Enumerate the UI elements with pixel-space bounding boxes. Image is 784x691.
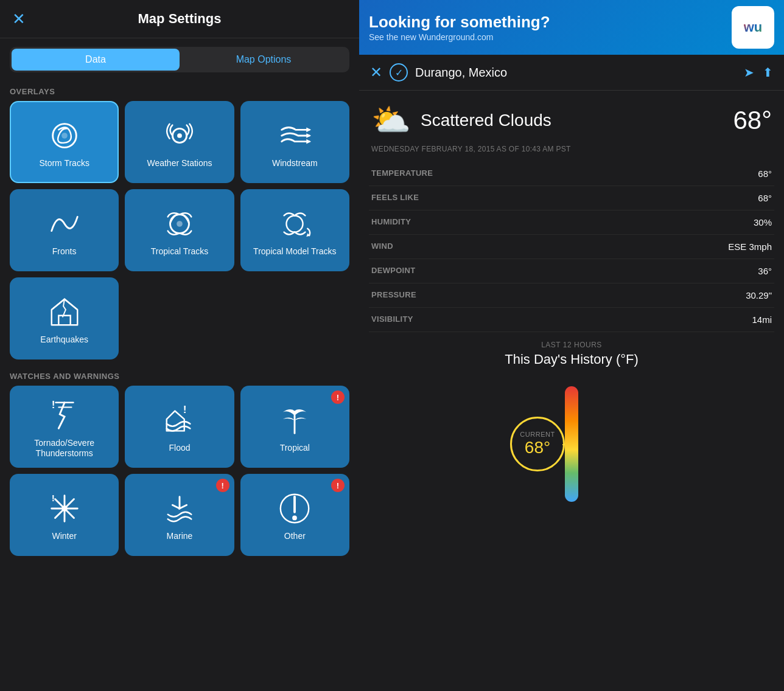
svg-point-3 xyxy=(177,133,182,138)
stat-humidity: HUMIDITY 30% xyxy=(369,210,774,235)
marine-label: Marine xyxy=(167,531,193,541)
overlay-tropical-model-tracks[interactable]: Tropical Model Tracks xyxy=(240,189,349,271)
watch-marine[interactable]: ! Marine xyxy=(125,474,234,556)
stat-feels-like-label: FEELS LIKE xyxy=(371,193,419,203)
weather-date: WEDNESDAY FEBRUARY 18, 2015 AS OF 10:43 … xyxy=(359,145,784,162)
location-actions: ➤ ⬆ xyxy=(744,65,773,80)
marine-badge: ! xyxy=(216,479,229,492)
stat-dewpoint: DEWPOINT 36° xyxy=(369,259,774,283)
current-label: CURRENT xyxy=(520,431,555,438)
location-bar: ✕ ✓ Durango, Mexico ➤ ⬆ xyxy=(359,55,784,91)
weather-stations-label: Weather Stations xyxy=(147,158,212,168)
watches-grid: ! Tornado/Severe Thunderstorms ! Flood ! xyxy=(0,386,359,562)
tornado-label: Tornado/Severe Thunderstorms xyxy=(15,438,114,459)
svg-marker-5 xyxy=(307,133,312,138)
overlay-weather-stations[interactable]: Weather Stations xyxy=(125,101,234,183)
ad-banner[interactable]: Looking for something? See the new Wunde… xyxy=(359,0,784,55)
svg-marker-6 xyxy=(307,139,312,144)
windstream-icon xyxy=(277,118,312,153)
earthquakes-icon xyxy=(47,294,82,330)
weather-stations-icon xyxy=(162,118,197,153)
thermometer-bar xyxy=(565,386,578,502)
stat-visibility: VISIBILITY 14mi xyxy=(369,308,774,332)
other-label: Other xyxy=(284,531,306,541)
page-title: Map Settings xyxy=(138,11,222,27)
tropical-model-tracks-icon xyxy=(277,206,312,241)
winter-icon: ! xyxy=(47,491,82,526)
watches-section-label: WATCHES AND WARNINGS xyxy=(0,366,359,386)
stat-dewpoint-value: 36° xyxy=(758,266,772,276)
stat-feels-like-value: 68° xyxy=(758,193,772,203)
tropical-tracks-icon xyxy=(162,206,197,241)
tab-map-options[interactable]: Map Options xyxy=(180,49,348,71)
earthquakes-label: Earthquakes xyxy=(40,335,88,345)
current-temp-circle: CURRENT 68° xyxy=(510,417,565,471)
ad-text: Looking for something? See the new Wunde… xyxy=(369,13,550,41)
wu-logo-text: wu xyxy=(744,19,763,35)
tropical-model-tracks-label: Tropical Model Tracks xyxy=(253,246,336,257)
overlay-earthquakes[interactable]: Earthquakes xyxy=(10,277,119,359)
svg-text:!: ! xyxy=(51,493,54,503)
watch-tropical[interactable]: ! Tropical xyxy=(240,386,349,468)
stat-humidity-label: HUMIDITY xyxy=(371,217,411,227)
svg-text:!: ! xyxy=(51,398,55,411)
marine-icon xyxy=(162,491,197,526)
weather-condition-text: Scattered Clouds xyxy=(421,111,551,130)
weather-main: ⛅ Scattered Clouds 68° xyxy=(359,91,784,145)
stat-temperature-label: TEMPERATURE xyxy=(371,168,433,179)
overlay-tropical-tracks[interactable]: Tropical Tracks xyxy=(125,189,234,271)
history-sublabel: LAST 12 HOURS xyxy=(371,341,772,349)
location-close-button[interactable]: ✕ xyxy=(370,64,382,81)
watch-flood[interactable]: ! Flood xyxy=(125,386,234,468)
watch-other[interactable]: ! Other xyxy=(240,474,349,556)
svg-point-7 xyxy=(177,221,183,227)
svg-point-1 xyxy=(61,133,68,139)
right-panel: Looking for something? See the new Wunde… xyxy=(359,0,784,691)
svg-marker-4 xyxy=(307,128,312,133)
overlays-grid: Storm Tracks Weather Stations xyxy=(0,101,359,366)
current-temp-value: 68° xyxy=(525,438,550,457)
stat-visibility-value: 14mi xyxy=(752,314,772,325)
fronts-icon xyxy=(47,206,82,241)
tropical-tracks-label: Tropical Tracks xyxy=(151,246,208,257)
stat-temperature-value: 68° xyxy=(758,168,772,179)
flood-icon: ! xyxy=(162,403,197,438)
stat-dewpoint-label: DEWPOINT xyxy=(371,266,415,276)
stat-wind-value: ESE 3mph xyxy=(728,241,772,252)
flood-label: Flood xyxy=(169,443,190,453)
close-button[interactable]: ✕ xyxy=(12,11,26,27)
watch-winter[interactable]: ! Winter xyxy=(10,474,119,556)
overlay-fronts[interactable]: Fronts xyxy=(10,189,119,271)
svg-point-11 xyxy=(61,505,68,512)
tropical-watch-label: Tropical xyxy=(280,443,310,453)
tropical-badge: ! xyxy=(331,391,345,404)
tab-data[interactable]: Data xyxy=(12,49,180,71)
stat-pressure-label: PRESSURE xyxy=(371,290,416,300)
location-check-icon: ✓ xyxy=(390,63,408,82)
stat-wind-label: WIND xyxy=(371,241,393,252)
location-name: Durango, Mexico xyxy=(415,66,737,80)
tropical-watch-icon xyxy=(277,403,312,438)
history-section: LAST 12 HOURS This Day's History (°F) CU… xyxy=(359,332,784,511)
stat-humidity-value: 30% xyxy=(754,217,772,227)
stat-temperature: TEMPERATURE 68° xyxy=(369,162,774,186)
svg-text:!: ! xyxy=(183,403,187,415)
wu-logo: wu xyxy=(732,6,774,49)
fronts-label: Fronts xyxy=(52,246,77,257)
stat-feels-like: FEELS LIKE 68° xyxy=(369,186,774,210)
overlay-windstream[interactable]: Windstream xyxy=(240,101,349,183)
history-title: This Day's History (°F) xyxy=(371,352,772,367)
current-temp-indicator: CURRENT 68° xyxy=(510,417,565,471)
windstream-label: Windstream xyxy=(272,158,318,168)
weather-stats: TEMPERATURE 68° FEELS LIKE 68° HUMIDITY … xyxy=(359,162,784,332)
watch-tornado[interactable]: ! Tornado/Severe Thunderstorms xyxy=(10,386,119,468)
overlays-section-label: OVERLAYS xyxy=(0,81,359,101)
overlay-storm-tracks[interactable]: Storm Tracks xyxy=(10,101,119,183)
location-navigate-button[interactable]: ➤ xyxy=(744,65,754,80)
storm-tracks-label: Storm Tracks xyxy=(39,158,89,168)
other-watch-icon xyxy=(277,491,312,526)
storm-tracks-icon xyxy=(47,118,82,153)
tornado-icon: ! xyxy=(47,398,82,433)
location-share-button[interactable]: ⬆ xyxy=(763,65,773,80)
stat-pressure-value: 30.29" xyxy=(746,290,772,300)
